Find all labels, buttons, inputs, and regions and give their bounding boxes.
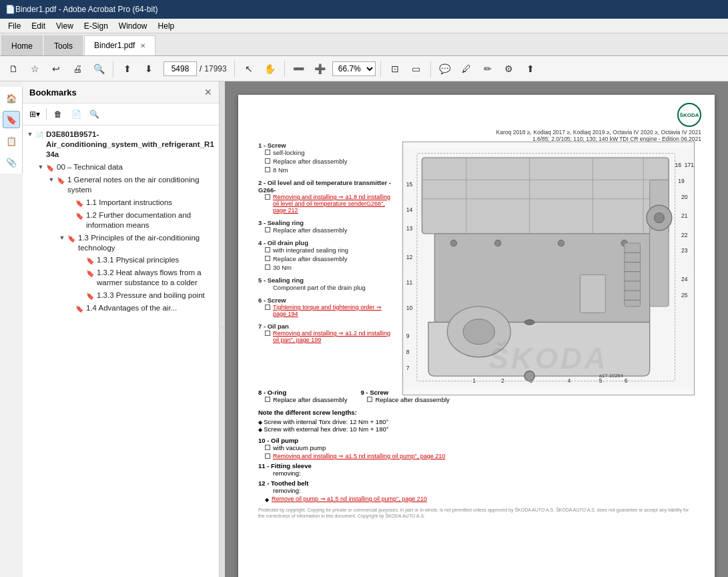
share-btn[interactable]: ⬆: [521, 59, 540, 78]
hand-btn[interactable]: ✋: [261, 59, 280, 78]
cursor-btn[interactable]: ↖: [240, 59, 258, 78]
tab-binder1[interactable]: Binder1.pdf ✕: [84, 35, 155, 55]
tab-bar: Home Tools Binder1.pdf ✕: [0, 33, 728, 56]
skoda-logo: ŠKODA: [677, 103, 701, 127]
svg-text:14: 14: [406, 206, 413, 213]
bookmark-00[interactable]: ▼ 🔖 00 – Technical data: [23, 161, 219, 174]
bookmark-1-4[interactable]: ▶ 🔖 1.4 Advantages of the air...: [23, 302, 219, 315]
sidebar-splitter[interactable]: ⋮: [220, 81, 225, 577]
page-total: 17993: [204, 64, 226, 73]
item4-li1: with integrated sealing ring: [265, 246, 392, 254]
menu-window[interactable]: Window: [113, 20, 153, 32]
pdf-diagram: 16 17 18 19 20 21 22 23 24 25 15: [402, 142, 695, 395]
svg-text:9: 9: [406, 333, 410, 339]
bookmark-1-3-3[interactable]: ▶ 🔖 1.3.3 Pressure and boiling point: [23, 289, 219, 302]
menu-edit[interactable]: Edit: [26, 20, 51, 32]
svg-text:25: 25: [681, 292, 688, 299]
toolbar: 🗋 ☆ ↩ 🖨 🔍 ⬆ ⬇ / 17993 ↖ ✋ ➖ ➕ 25% 50% 66…: [0, 56, 728, 81]
checkbox: [265, 264, 270, 270]
pdf-footer: Protected by copyright. Copying for priv…: [258, 507, 695, 519]
bookmark-1-3-1[interactable]: ▶ 🔖 1.3.1 Physical principles: [23, 254, 219, 266]
left-home-btn[interactable]: 🏠: [3, 89, 20, 107]
bookmark-1-4-icon: 🔖: [75, 305, 84, 313]
bookmark-1-3-1-icon: 🔖: [85, 256, 95, 265]
item2-li1: Removing and installing ⇒ a1.8 nd instal…: [265, 194, 392, 214]
tab-close-icon[interactable]: ✕: [140, 42, 145, 49]
item5-li1: Component part of the drain plug: [265, 284, 392, 291]
svg-point-43: [463, 319, 494, 345]
svg-point-35: [494, 240, 500, 246]
download-btn[interactable]: ⬇: [139, 59, 158, 78]
bookmark-1[interactable]: ▼ 🔖 1 General notes on the air condition…: [23, 174, 219, 196]
pen-btn[interactable]: ✏: [478, 59, 497, 78]
svg-point-34: [450, 240, 456, 246]
svg-point-36: [558, 240, 564, 246]
sidebar-close-btn[interactable]: ✕: [204, 87, 212, 98]
bookmark-1-1-label: 1.1 Important instructions: [86, 198, 216, 208]
svg-text:6: 6: [625, 377, 628, 384]
item1-li1: self-locking: [265, 149, 392, 156]
pdf-page: ŠKODA Karoq 2018 ≥, Kodiaq 2017 ≥, Kodia…: [238, 95, 715, 577]
zoom-select[interactable]: 25% 50% 66.7% 75% 100% 125% 150% 200%: [332, 61, 376, 76]
svg-text:8: 8: [406, 349, 410, 355]
menu-file[interactable]: File: [3, 20, 26, 32]
tab-tools[interactable]: Tools: [44, 35, 83, 55]
bookmark-1-3[interactable]: ▼ 🔖 1.3 Principles of the air-conditioni…: [23, 232, 219, 254]
item1-li2: Replace after disassembly: [265, 158, 392, 165]
page-separator: /: [200, 64, 202, 73]
left-attach-btn[interactable]: 📎: [3, 154, 20, 171]
search-btn[interactable]: 🔍: [89, 59, 108, 78]
menu-view[interactable]: View: [51, 20, 79, 32]
zoom-in-btn[interactable]: ➕: [311, 59, 330, 78]
left-layers-btn[interactable]: 📋: [3, 132, 20, 150]
bookmark-1-1[interactable]: ▶ 🔖 1.1 Important instructions: [23, 196, 219, 209]
bookmark-1-3-arrow: ▼: [57, 234, 67, 242]
comment-btn[interactable]: 💬: [436, 59, 454, 78]
highlight-btn[interactable]: 🖊: [457, 59, 476, 78]
tab-home[interactable]: Home: [1, 35, 43, 55]
menu-esign[interactable]: E-Sign: [79, 20, 113, 32]
bookmark-1-2-label: 1.2 Further documentation and informatio…: [86, 210, 216, 230]
bookmark-root[interactable]: ▼ 📄 D3E801B9571-Air_conditioning_system_…: [23, 128, 219, 161]
page-input[interactable]: [163, 61, 197, 76]
fit-page-btn[interactable]: ⊡: [386, 59, 404, 78]
svg-text:13: 13: [406, 225, 413, 232]
bookmark-1-3-2-arrow: ▶: [76, 269, 85, 277]
checkbox: [265, 331, 270, 336]
pdf-item-8: 8 - O-ring Replace after disassembly: [258, 389, 347, 405]
sidebar-new-btn[interactable]: 📄: [68, 106, 84, 122]
sidebar-expand-btn[interactable]: ⊞▾: [27, 106, 43, 122]
print-btn[interactable]: 🖨: [68, 59, 87, 78]
sidebar-delete-btn[interactable]: 🗑: [50, 106, 66, 122]
bookmark-1-2-icon: 🔖: [75, 212, 84, 220]
bookmark-1-1-icon: 🔖: [75, 199, 84, 208]
bookmark-1-2[interactable]: ▶ 🔖 1.2 Further documentation and inform…: [23, 209, 219, 232]
pdf-two-col: 1 - Screw self-locking Replace after dis…: [258, 142, 695, 375]
item4-li2: Replace after disassembly: [265, 255, 392, 262]
bookmark-toolbar-btn[interactable]: ☆: [25, 59, 44, 78]
pdf-item-10: 10 - Oil pump with vacuum pump Removing …: [258, 437, 695, 459]
bookmark-1-3-icon: 🔖: [67, 234, 76, 243]
zoom-out-btn[interactable]: ➖: [290, 59, 308, 78]
tools2-btn[interactable]: ⚙: [500, 59, 518, 78]
bookmark-root-icon: 📄: [35, 131, 44, 140]
pdf-area[interactable]: ŠKODA Karoq 2018 ≥, Kodiaq 2017 ≥, Kodia…: [225, 81, 728, 577]
fit-width-btn[interactable]: ▭: [407, 59, 426, 78]
checkbox: [265, 150, 270, 155]
prev-btn[interactable]: ⬆: [118, 59, 137, 78]
sidebar-search-bm-btn[interactable]: 🔍: [86, 106, 102, 122]
item3-li1: Replace after disassembly: [265, 226, 392, 234]
bookmark-1-3-2[interactable]: ▶ 🔖 1.3.2 Heat always flows from a warme…: [23, 266, 219, 289]
item1-li3: 8 Nm: [265, 166, 392, 174]
menu-help[interactable]: Help: [153, 20, 180, 32]
left-bookmark-btn[interactable]: 🔖: [3, 111, 20, 128]
svg-text:23: 23: [681, 247, 688, 254]
back-btn[interactable]: ↩: [47, 59, 65, 78]
toolbar-sep4: [380, 61, 381, 77]
new-button[interactable]: 🗋: [4, 59, 23, 78]
pdf-item-6: 6 - Screw Tightening torque and tighteni…: [258, 297, 392, 317]
engine-diagram-svg: 16 17 18 19 20 21 22 23 24 25 15: [403, 142, 694, 395]
item7-li1: Removing and installing ⇒ a1.2 nd instal…: [265, 330, 392, 343]
bookmark-root-arrow: ▼: [25, 131, 35, 139]
checkbox: [265, 167, 270, 172]
